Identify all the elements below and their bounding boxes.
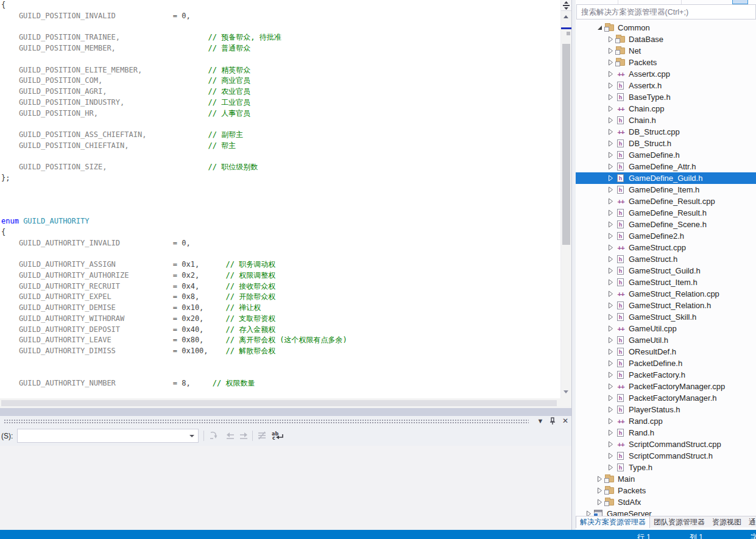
- tree-item-GameStruct_Item.h[interactable]: hGameStruct_Item.h: [576, 277, 756, 288]
- tab-团队资源管理器[interactable]: 团队资源管理器: [650, 516, 708, 528]
- expander-collapsed-icon[interactable]: [605, 103, 616, 114]
- expander-collapsed-icon[interactable]: [594, 485, 605, 496]
- expander-collapsed-icon[interactable]: [605, 196, 616, 207]
- expander-collapsed-icon[interactable]: [605, 230, 616, 242]
- editor-horizontal-scrollbar[interactable]: [0, 398, 571, 408]
- expander-collapsed-icon[interactable]: [605, 184, 616, 196]
- expander-collapsed-icon[interactable]: [605, 242, 616, 253]
- tree-item-Type.h[interactable]: hType.h: [576, 462, 756, 473]
- tree-item-GameDefine_Result.h[interactable]: hGameDefine_Result.h: [576, 207, 756, 219]
- tree-item-GameStruct_Relation.h[interactable]: hGameStruct_Relation.h: [576, 300, 756, 311]
- bottom-panel-titlebar[interactable]: ▼ ✕: [0, 416, 571, 426]
- tree-item-PlayerStatus.h[interactable]: hPlayerStatus.h: [576, 404, 756, 415]
- expander-collapsed-icon[interactable]: [605, 33, 616, 45]
- tree-item-PacketFactoryManager.h[interactable]: hPacketFactoryManager.h: [576, 392, 756, 404]
- expander-collapsed-icon[interactable]: [605, 300, 616, 311]
- expander-collapsed-icon[interactable]: [605, 172, 616, 184]
- expander-collapsed-icon[interactable]: [605, 253, 616, 265]
- tree-item-GameDefine2.h[interactable]: hGameDefine2.h: [576, 230, 756, 242]
- tree-item-GameStruct.cpp[interactable]: ++GameStruct.cpp: [576, 242, 756, 253]
- expander-collapsed-icon[interactable]: [605, 358, 616, 369]
- tree-item-ScriptCommandStruct.h[interactable]: hScriptCommandStruct.h: [576, 450, 756, 462]
- expander-collapsed-icon[interactable]: [605, 138, 616, 149]
- combo-input[interactable]: [19, 431, 187, 441]
- scroll-up-icon[interactable]: [563, 15, 568, 18]
- tree-item-GameDefine_Attr.h[interactable]: hGameDefine_Attr.h: [576, 161, 756, 172]
- tree-item-DB_Struct.h[interactable]: hDB_Struct.h: [576, 138, 756, 149]
- tree-item-PacketFactory.h[interactable]: hPacketFactory.h: [576, 369, 756, 381]
- expander-collapsed-icon[interactable]: [605, 311, 616, 323]
- tab-解决方案资源管理器[interactable]: 解决方案资源管理器: [576, 516, 650, 528]
- tree-item-Packets[interactable]: Packets: [576, 57, 756, 68]
- tree-item-Common[interactable]: Common: [576, 22, 756, 33]
- tree-item-GameDefine_Scene.h[interactable]: hGameDefine_Scene.h: [576, 219, 756, 230]
- expander-collapsed-icon[interactable]: [605, 114, 616, 126]
- tree-item-GameDefine_Item.h[interactable]: hGameDefine_Item.h: [576, 184, 756, 196]
- tree-item-DataBase[interactable]: DataBase: [576, 33, 756, 45]
- expander-collapsed-icon[interactable]: [605, 404, 616, 415]
- tree-item-GameDefine_Guild.h[interactable]: hGameDefine_Guild.h: [576, 172, 756, 184]
- expander-collapsed-icon[interactable]: [605, 80, 616, 91]
- expander-collapsed-icon[interactable]: [605, 149, 616, 161]
- expander-collapsed-icon[interactable]: [605, 392, 616, 404]
- tab-通知[interactable]: 通知: [745, 516, 756, 528]
- tree-item-BaseType.h[interactable]: hBaseType.h: [576, 91, 756, 103]
- close-icon[interactable]: ✕: [561, 417, 570, 425]
- tree-item-GameDefine.h[interactable]: hGameDefine.h: [576, 149, 756, 161]
- expander-collapsed-icon[interactable]: [605, 346, 616, 358]
- expander-collapsed-icon[interactable]: [605, 439, 616, 450]
- tree-item-GameStruct.h[interactable]: hGameStruct.h: [576, 253, 756, 265]
- tree-item-StdAfx[interactable]: StdAfx: [576, 496, 756, 508]
- expander-collapsed-icon[interactable]: [605, 323, 616, 334]
- expander-collapsed-icon[interactable]: [605, 450, 616, 462]
- window-menu-icon[interactable]: ▼: [536, 417, 545, 425]
- tree-item-PacketDefine.h[interactable]: hPacketDefine.h: [576, 358, 756, 369]
- tree-item-Rand.h[interactable]: hRand.h: [576, 427, 756, 439]
- tree-item-GameUtil.cpp[interactable]: ++GameUtil.cpp: [576, 323, 756, 334]
- expander-collapsed-icon[interactable]: [605, 369, 616, 381]
- expander-expanded-icon[interactable]: [594, 22, 605, 33]
- explorer-splitter[interactable]: [571, 0, 576, 530]
- search-input[interactable]: [577, 5, 755, 19]
- pin-icon[interactable]: [549, 417, 557, 425]
- editor-vertical-scrollbar[interactable]: [560, 0, 571, 398]
- tree-item-Net[interactable]: Net: [576, 45, 756, 57]
- vertical-scrollbar-thumb[interactable]: [562, 44, 570, 245]
- tree-item-Main[interactable]: Main: [576, 473, 756, 485]
- expander-collapsed-icon[interactable]: [605, 57, 616, 68]
- expander-collapsed-icon[interactable]: [605, 91, 616, 103]
- bottom-panel-splitter[interactable]: [0, 408, 571, 416]
- expander-collapsed-icon[interactable]: [594, 496, 605, 508]
- clear-list-icon[interactable]: [257, 431, 268, 442]
- tree-item-Chain.h[interactable]: hChain.h: [576, 114, 756, 126]
- tree-item-DB_Struct.cpp[interactable]: ++DB_Struct.cpp: [576, 126, 756, 138]
- expander-collapsed-icon[interactable]: [605, 277, 616, 288]
- expander-collapsed-icon[interactable]: [605, 265, 616, 277]
- expander-collapsed-icon[interactable]: [605, 415, 616, 427]
- expander-collapsed-icon[interactable]: [605, 207, 616, 219]
- expander-collapsed-icon[interactable]: [605, 334, 616, 346]
- scroll-down-icon[interactable]: [563, 390, 568, 393]
- tree-item-Assertx.h[interactable]: hAssertx.h: [576, 80, 756, 91]
- code-editor[interactable]: { GUILD_POSITION_INVALID = 0, GUILD_POSI…: [0, 0, 560, 398]
- expander-collapsed-icon[interactable]: [605, 288, 616, 300]
- expander-collapsed-icon[interactable]: [605, 462, 616, 473]
- tree-item-GameServer[interactable]: GameServer: [576, 508, 756, 516]
- prev-ref-icon[interactable]: [225, 431, 236, 442]
- expander-collapsed-icon[interactable]: [605, 45, 616, 57]
- expander-collapsed-icon[interactable]: [583, 508, 594, 516]
- word-wrap-icon[interactable]: abc: [272, 431, 285, 442]
- tree-item-Rand.cpp[interactable]: ++Rand.cpp: [576, 415, 756, 427]
- editor-split-handle[interactable]: [561, 0, 571, 11]
- tree-item-PacketFactoryManager.cpp[interactable]: ++PacketFactoryManager.cpp: [576, 381, 756, 392]
- symbol-combobox[interactable]: [17, 429, 199, 443]
- expander-collapsed-icon[interactable]: [605, 68, 616, 80]
- tree-item-OResultDef.h[interactable]: hOResultDef.h: [576, 346, 756, 358]
- expander-collapsed-icon[interactable]: [605, 381, 616, 392]
- tree-item-Assertx.cpp[interactable]: ++Assertx.cpp: [576, 68, 756, 80]
- undo-icon[interactable]: [208, 431, 219, 442]
- tree-item-GameStruct_Skill.h[interactable]: hGameStruct_Skill.h: [576, 311, 756, 323]
- tree-item-GameUtil.h[interactable]: hGameUtil.h: [576, 334, 756, 346]
- expander-collapsed-icon[interactable]: [605, 126, 616, 138]
- solution-search-box[interactable]: [576, 4, 756, 19]
